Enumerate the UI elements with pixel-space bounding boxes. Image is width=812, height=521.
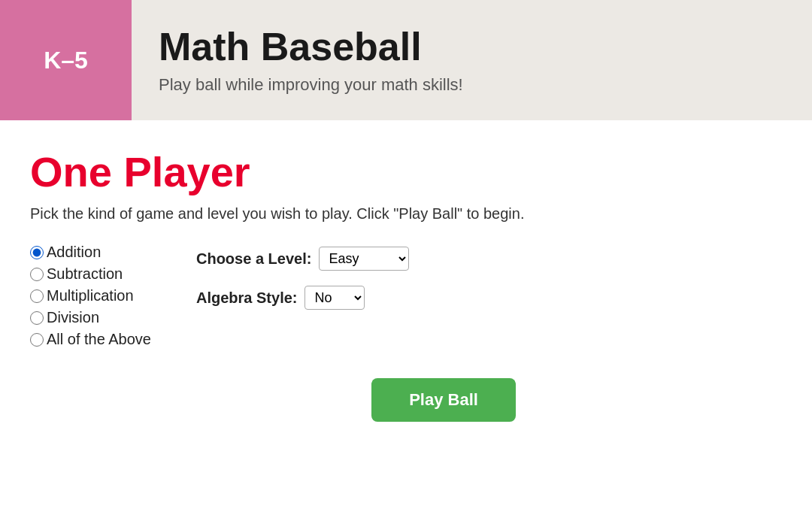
radio-division-input[interactable] <box>30 311 44 325</box>
page-description: Pick the kind of game and level you wish… <box>30 205 782 223</box>
radio-multiplication-input[interactable] <box>30 289 44 303</box>
radio-addition-input[interactable] <box>30 246 44 259</box>
radio-all-label: All of the Above <box>47 331 151 348</box>
radio-division-label: Division <box>47 309 99 326</box>
radio-addition-label: Addition <box>47 244 101 261</box>
game-controls: Choose a Level: Easy Medium Hard Algebra… <box>196 244 409 310</box>
algebra-control-row: Algebra Style: No Yes <box>196 286 409 310</box>
level-control-row: Choose a Level: Easy Medium Hard <box>196 247 409 271</box>
radio-all-input[interactable] <box>30 333 44 347</box>
radio-subtraction[interactable]: Subtraction <box>30 265 151 283</box>
level-select[interactable]: Easy Medium Hard <box>319 247 409 271</box>
radio-all[interactable]: All of the Above <box>30 331 151 348</box>
radio-multiplication-label: Multiplication <box>47 287 134 304</box>
options-layout: Addition Subtraction Multiplication Divi… <box>30 244 782 348</box>
header-text-block: Math Baseball Play ball while improving … <box>132 0 490 120</box>
page-header: K–5 Math Baseball Play ball while improv… <box>0 0 812 120</box>
radio-multiplication[interactable]: Multiplication <box>30 287 151 304</box>
play-section: Play Ball <box>30 378 782 422</box>
page-title: One Player <box>30 147 782 196</box>
radio-subtraction-input[interactable] <box>30 268 44 281</box>
radio-division[interactable]: Division <box>30 309 151 326</box>
game-type-radio-group: Addition Subtraction Multiplication Divi… <box>30 244 151 348</box>
app-title: Math Baseball <box>159 26 463 68</box>
algebra-label: Algebra Style: <box>196 289 297 307</box>
grade-badge-text: K–5 <box>44 47 88 74</box>
grade-badge: K–5 <box>0 0 132 120</box>
radio-subtraction-label: Subtraction <box>47 265 123 283</box>
algebra-select[interactable]: No Yes <box>304 286 365 310</box>
play-ball-button[interactable]: Play Ball <box>371 378 516 422</box>
main-content: One Player Pick the kind of game and lev… <box>0 120 812 521</box>
level-label: Choose a Level: <box>196 250 311 268</box>
app-subtitle: Play ball while improving your math skil… <box>159 75 463 95</box>
radio-addition[interactable]: Addition <box>30 244 151 261</box>
